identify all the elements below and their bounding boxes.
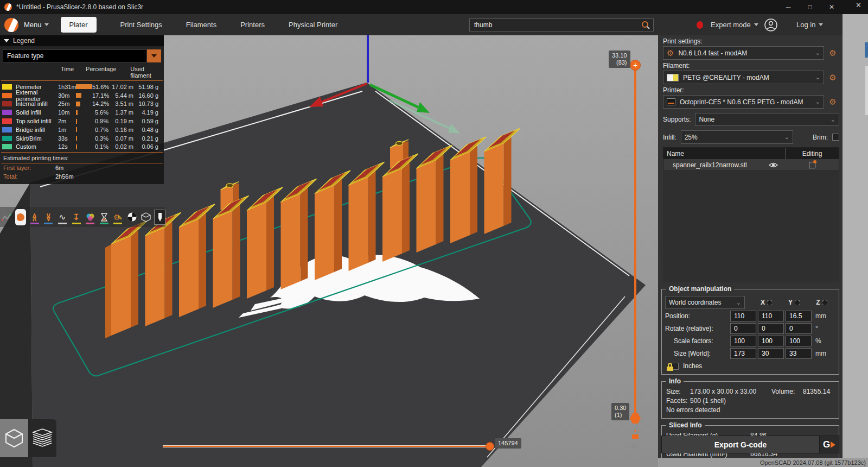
printer-label: Printer: [663,86,843,94]
wipe-icon[interactable]: ∿ [57,210,68,225]
tab-print-settings[interactable]: Print Settings [120,21,162,29]
export-gcode-button[interactable]: Export G-code [661,436,820,453]
x-value-input[interactable] [730,348,756,359]
axis-x-header: X [752,299,780,306]
seams-icon[interactable]: ∧∧ [29,210,40,225]
search-input[interactable] [470,21,640,29]
cube-icon [3,427,25,449]
y-value-input[interactable] [758,336,784,346]
z-lock-box[interactable] [822,300,827,305]
z-value-input[interactable] [786,311,812,321]
retractions-icon[interactable]: ∨∨ [43,210,54,225]
z-value-input[interactable] [786,348,812,359]
center-marker-icon[interactable] [154,210,165,225]
view-mode-buttons [0,419,56,457]
feature-length: 1.37 m [108,109,133,116]
expert-mode-selector[interactable]: Expert mode [711,21,758,29]
printer-combo[interactable]: Octoprint-CE5 * N0.6 CE5 PETG - modAM ⌄ [663,95,824,109]
filament-edit-button[interactable]: ⚙ [826,71,839,84]
model-body-icon[interactable] [15,209,27,225]
background-window-close-icon[interactable]: ✕ [856,1,861,9]
background-statusbar: OpenSCAD 2024.07.08 (git 1577b123c) [658,458,868,467]
printer-edit-button[interactable]: ⚙ [826,96,839,109]
chevron-down-icon: ⌄ [784,134,789,141]
first-layer-label: First layer: [3,165,31,171]
chevron-down-icon: ⌄ [815,49,820,56]
login-button[interactable]: Log in [796,21,823,29]
visibility-toggle[interactable] [761,162,785,168]
menu-label: Menu [24,21,42,29]
tab-printers[interactable]: Printers [240,21,265,29]
z-value-input[interactable] [786,336,812,346]
printer-value: Octoprint-CE5 * N0.6 CE5 PETG - modAM [680,98,811,106]
login-label: Log in [796,21,815,29]
chevron-down-icon [44,23,49,26]
first-layer-row: First layer: 6m [0,163,164,172]
feature-percentage: 0.7% [92,127,108,133]
z-value-input[interactable] [786,323,812,334]
uniform-scale-lock-icon[interactable] [666,363,674,371]
legend-header[interactable]: Legend [0,35,164,46]
view-type-select[interactable]: Feature type [3,49,161,62]
view-type-dropdown-button[interactable] [147,49,161,62]
window-title: *Untitled - PrusaSlicer-2.8.0 based on S… [16,3,143,11]
print-settings-edit-button[interactable]: ⚙ [826,47,839,60]
y-lock-box[interactable] [795,300,800,305]
print-settings-icon: ⚙ [667,48,674,58]
y-value-input[interactable] [758,323,784,334]
close-button[interactable]: ✕ [821,0,843,14]
account-button[interactable] [764,18,778,34]
gcode-icon[interactable]: G [820,436,839,453]
supports-combo[interactable]: None ⌄ [695,113,839,126]
y-value-input[interactable] [758,348,784,359]
manipulation-rows: Position:mmRotate (relative):°Scale fact… [662,311,839,359]
object-row[interactable]: spanner_railx12narrow.stl [663,159,839,171]
layer-slider-top-handle[interactable]: + [630,60,641,71]
shells-icon[interactable] [140,210,151,225]
3d-editor-view-button[interactable] [0,419,28,457]
x-lock-box[interactable] [767,300,772,305]
legend-toggle-icon[interactable] [126,210,138,225]
print-settings-combo[interactable]: ⚙ N0.6 L0.4 fast - modAM ⌄ [663,46,824,60]
search-icon[interactable] [640,20,651,30]
unretractions-icon[interactable]: ↧ [71,210,82,225]
maximize-button[interactable]: □ [799,0,821,14]
feature-length: 0.16 m [108,127,133,133]
preview-view-button[interactable] [28,419,56,457]
travel-paths-icon[interactable] [1,210,12,225]
layer-slider-track[interactable] [634,65,636,419]
background-scrollbar-thumb[interactable] [865,66,868,115]
edit-object-button[interactable] [785,162,839,168]
total-time-row: Total: 2h56m [0,172,164,181]
pause-print-icon[interactable] [98,210,110,225]
feature-percentage: 5.6% [92,109,108,116]
menu-button[interactable]: Menu [24,21,49,29]
x-value-input[interactable] [730,323,756,334]
brim-checkbox[interactable] [832,134,839,141]
prusaslicer-logo-icon [4,3,12,11]
y-value-input[interactable] [758,311,784,321]
unlock-icon[interactable] [631,430,640,439]
color-changes-icon[interactable] [85,210,96,225]
move-slider-track[interactable] [163,445,490,447]
tab-physical-printer[interactable]: Physical Printer [289,21,337,29]
minimize-button[interactable]: ─ [777,0,799,14]
feature-percentage: 0.1% [92,143,108,150]
tab-filaments[interactable]: Filaments [186,21,216,29]
volume-label: Volume: [771,387,803,396]
search-box[interactable] [469,18,654,31]
custom-gcode-icon[interactable]: ⚙✎ [112,210,124,225]
slider-settings-gear-icon[interactable]: ⚙ [631,441,638,450]
filament-combo[interactable]: PETG @CREALITY - modAM ⌄ [663,71,824,84]
tab-plater[interactable]: Plater [61,17,97,33]
coordinates-combo[interactable]: World coordinates ⌄ [665,296,745,309]
infill-combo[interactable]: 25% ⌄ [681,130,793,144]
infill-label: Infill: [663,134,676,141]
x-value-input[interactable] [730,311,756,321]
feature-color-chip [2,101,12,106]
x-value-input[interactable] [730,336,756,346]
unit-label: mm [815,312,826,320]
move-slider-handle[interactable] [486,442,494,451]
feature-weight: 4.19 g [133,109,158,116]
title-bar: *Untitled - PrusaSlicer-2.8.0 based on S… [0,0,868,14]
